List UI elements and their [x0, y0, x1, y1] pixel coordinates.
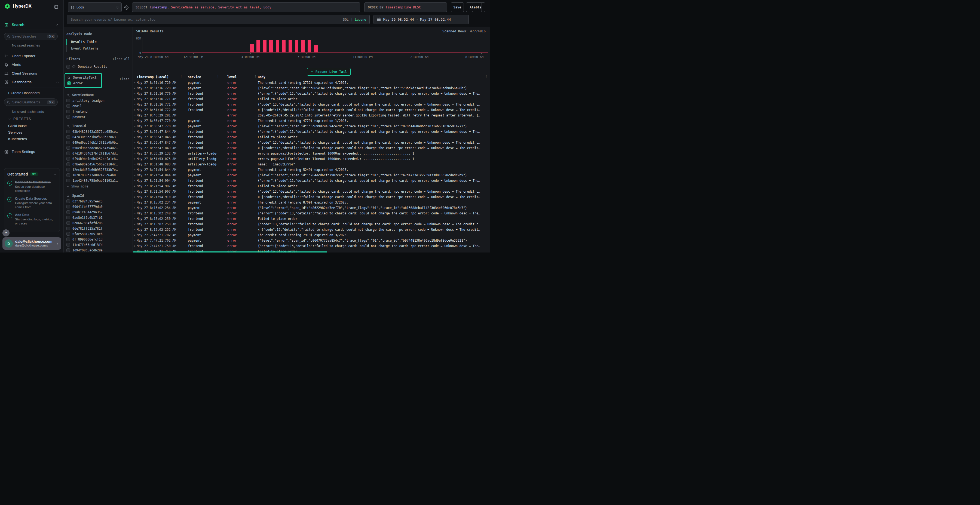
histogram-bar[interactable] — [301, 40, 305, 52]
denoise-checkbox[interactable] — [67, 65, 70, 68]
column-resize-handle[interactable]: ⋮ — [254, 75, 257, 78]
col-service[interactable]: service — [180, 75, 216, 79]
clear-all-link[interactable]: Clear all — [113, 57, 130, 61]
event-search-bar[interactable]: SQL | Lucene — [67, 15, 370, 24]
get-started-step[interactable]: ✓ Add Data Start sending logs, metrics, … — [7, 212, 56, 226]
filter-option[interactable]: 18287038b73e882425c64b8… — [67, 173, 130, 178]
column-resize-handle[interactable]: ⋮ — [180, 75, 183, 78]
checkbox[interactable] — [67, 104, 70, 108]
checkbox[interactable] — [67, 141, 70, 144]
table-row[interactable]: >May 27 8:15:02.252 AMfrontenderror× {"c… — [133, 227, 490, 232]
chevron-up-icon[interactable] — [56, 79, 59, 84]
row-expander-icon[interactable]: > — [133, 87, 137, 89]
table-row[interactable]: >May 27 8:15:02.250 AMfrontenderror{"cod… — [133, 221, 490, 227]
filter-option[interactable]: 056cd9acbaac8637a4354a2… — [67, 146, 130, 150]
table-row[interactable]: >May 27 8:51:16.720 AMpaymenterror{"leve… — [133, 86, 490, 91]
row-expander-icon[interactable]: > — [133, 119, 137, 122]
row-expander-icon[interactable]: > — [133, 206, 137, 209]
checkbox[interactable] — [67, 205, 70, 208]
histogram-bar[interactable] — [263, 40, 267, 52]
histogram-bar[interactable] — [282, 40, 286, 52]
filter-option[interactable]: 09ab1c4544c9a357 — [67, 210, 130, 214]
table-row[interactable]: >May 27 8:46:29.281 AMerror2025-05-26T09… — [133, 113, 490, 118]
checkbox[interactable] — [67, 135, 70, 139]
table-row[interactable]: >May 27 8:31:48.083 AMartillery-loadgene… — [133, 162, 490, 167]
row-expander-icon[interactable]: > — [133, 114, 137, 117]
checkbox[interactable] — [67, 227, 70, 230]
table-row[interactable]: >May 27 8:21:54.907 AMfrontenderrorFaile… — [133, 183, 490, 189]
row-expander-icon[interactable]: > — [133, 195, 137, 199]
histogram-plot[interactable] — [142, 38, 488, 53]
table-row[interactable]: >May 27 8:21:54.844 AMpaymenterror{"leve… — [133, 173, 490, 178]
checkbox[interactable] — [67, 221, 70, 225]
order-by-input[interactable]: ORDER BY TimestampTime DESC — [364, 2, 447, 12]
row-expander-icon[interactable]: > — [133, 108, 137, 111]
checkbox[interactable] — [67, 99, 70, 102]
sidebar-item-search[interactable]: Search — [0, 20, 64, 29]
row-expander-icon[interactable]: > — [133, 245, 137, 247]
row-expander-icon[interactable]: > — [133, 239, 137, 242]
checkbox[interactable] — [67, 248, 70, 252]
checkbox[interactable] — [67, 162, 70, 166]
row-expander-icon[interactable]: > — [133, 130, 137, 133]
histogram-bar[interactable] — [250, 44, 254, 52]
filter-option[interactable]: 07d184304627bf2f11b67dd… — [67, 151, 130, 156]
sidebar-item-chart-explorer[interactable]: Chart Explorer — [0, 52, 64, 59]
row-expander-icon[interactable]: > — [133, 136, 137, 138]
chevron-up-icon[interactable] — [56, 22, 59, 27]
row-expander-icon[interactable]: > — [133, 228, 137, 231]
user-menu[interactable]: D dale@clickhouse.com dale@clickhouse.co… — [2, 237, 61, 250]
row-expander-icon[interactable]: > — [133, 163, 137, 166]
sidebar-collapse-icon[interactable] — [54, 4, 59, 9]
source-select[interactable]: Logs — [68, 2, 122, 12]
filter-option[interactable]: 0f94b9befe0b4252ccfa1c8… — [67, 156, 130, 161]
histogram-bar[interactable] — [269, 40, 273, 52]
histogram-bar[interactable] — [308, 40, 311, 52]
time-range-picker[interactable]: May 26 08:52:44 - May 27 08:52:44 — [374, 15, 469, 24]
table-row[interactable]: >May 27 8:36:47.847 AMfrontenderror{"cod… — [133, 140, 490, 145]
table-row[interactable]: >May 27 8:36:47.846 AMfrontenderrorFaile… — [133, 134, 490, 140]
checkbox[interactable] — [67, 110, 70, 113]
get-started-step[interactable]: ✓ Connect to ClickHouse Set up your data… — [7, 179, 56, 193]
filter-option[interactable]: 049ed0ac3fdb1f3f15a0b0b… — [67, 140, 130, 145]
sidebar-item-alerts[interactable]: Alerts — [0, 61, 64, 68]
row-expander-icon[interactable]: > — [133, 81, 137, 84]
checkbox[interactable] — [67, 157, 70, 160]
table-row[interactable]: >May 27 8:36:47.849 AMfrontenderror× {"c… — [133, 145, 490, 151]
clear-filter-link[interactable]: Clear — [120, 77, 129, 81]
table-row[interactable]: >May 27 8:21:54.904 AMfrontenderror{"err… — [133, 178, 490, 183]
checkbox[interactable] — [67, 179, 70, 182]
chevron-up-icon[interactable] — [53, 172, 56, 176]
table-row[interactable]: >May 27 8:15:02.234 AMpaymenterror{"leve… — [133, 205, 490, 211]
filter-option[interactable]: 0fbe680eb456750b2d1184c… — [67, 162, 130, 167]
lucene-mode-toggle[interactable]: Lucene — [355, 18, 366, 22]
table-row[interactable]: >May 27 8:21:54.907 AMfrontenderror{"cod… — [133, 189, 490, 194]
preset-kubernetes[interactable]: Kubernetes — [8, 137, 27, 141]
table-row[interactable]: >May 27 8:15:02.234 AMpaymenterrorThe cr… — [133, 200, 490, 205]
filter-option[interactable]: 0ae8e1f6c6b37fb1 — [67, 215, 130, 220]
col-level[interactable]: level — [216, 75, 254, 79]
row-expander-icon[interactable]: > — [133, 223, 137, 226]
row-expander-icon[interactable]: > — [133, 141, 137, 144]
row-expander-icon[interactable]: > — [133, 98, 137, 100]
table-row[interactable]: >May 27 8:51:16.771 AMfrontenderrorFaile… — [133, 96, 490, 102]
table-row[interactable]: >May 27 8:51:16.720 AMpaymenterrorThe cr… — [133, 80, 490, 86]
select-clause-input[interactable]: SELECT Timestamp, ServiceName as service… — [132, 2, 360, 12]
column-options-icon[interactable]: ⋮ — [485, 75, 488, 78]
horizontal-scrollbar[interactable] — [133, 251, 327, 252]
denoise-results-row[interactable]: Denoise Results — [67, 65, 130, 68]
search-input[interactable] — [70, 17, 343, 22]
table-row[interactable]: >May 27 8:36:47.770 AMpaymenterrorThe cr… — [133, 118, 490, 124]
preset-clickhouse[interactable]: ClickHouse — [8, 124, 27, 128]
show-more-link[interactable]: Show more — [67, 184, 130, 189]
table-row[interactable]: >May 27 8:33:29.132 AMartillery-loadgene… — [133, 151, 490, 156]
sidebar-item-dashboards[interactable]: Dashboards — [0, 78, 64, 86]
row-expander-icon[interactable]: > — [133, 174, 137, 176]
filter-option[interactable]: 03f7b824595feec5 — [67, 199, 130, 203]
row-expander-icon[interactable]: > — [133, 201, 137, 204]
table-row[interactable]: >May 27 7:47:21.702 AMpaymenterrorThe cr… — [133, 232, 490, 238]
row-expander-icon[interactable]: > — [133, 168, 137, 171]
table-row[interactable]: >May 27 8:21:54.910 AMfrontenderror× {"c… — [133, 194, 490, 200]
table-row[interactable]: >May 27 8:51:16.772 AMfrontenderror× {"c… — [133, 107, 490, 113]
filter-group-title[interactable]: SeverityText — [67, 75, 99, 80]
